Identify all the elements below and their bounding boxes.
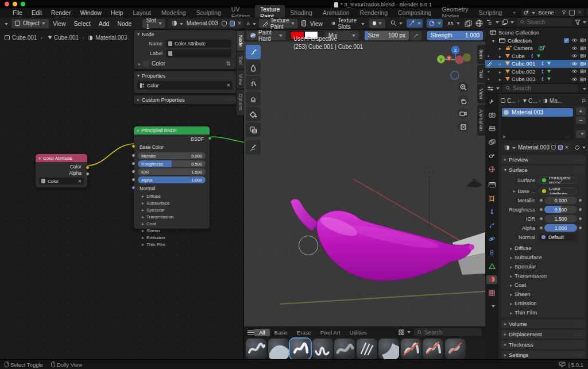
output-color[interactable]: Color: [36, 162, 87, 170]
shelf-search-input[interactable]: [424, 329, 478, 336]
section-sheen[interactable]: Sheen: [134, 227, 210, 234]
normal-socket[interactable]: [131, 186, 136, 190]
node-menu-node[interactable]: Node: [113, 20, 136, 27]
hide-eye-icon[interactable]: [571, 69, 578, 74]
keyframe-dot[interactable]: [579, 217, 582, 220]
principled-node-header[interactable]: Principled BSDF: [134, 126, 210, 134]
maximize-window-button[interactable]: [21, 2, 25, 6]
workspace-tab-animation[interactable]: Animation: [318, 9, 355, 17]
tool-soften[interactable]: [246, 60, 261, 75]
breadcrumb-material[interactable]: Ma...: [550, 98, 562, 104]
falloff-dropdown[interactable]: [390, 20, 403, 26]
panel-grip[interactable]: ::::: [226, 32, 233, 36]
hide-eye-icon[interactable]: [571, 46, 578, 51]
tab-object[interactable]: [486, 194, 497, 203]
tool-smear[interactable]: [246, 76, 261, 90]
tool-annotate[interactable]: [246, 140, 261, 155]
outliner-search-input[interactable]: [527, 19, 568, 25]
section-thin-film[interactable]: Thin Film: [134, 241, 210, 248]
shelf-tab-pixel-art[interactable]: Pixel Art: [316, 329, 345, 336]
workspace-tab-layout[interactable]: Layout: [127, 9, 156, 17]
render-camera-icon[interactable]: [580, 69, 586, 74]
metallic-slider[interactable]: 0.000: [544, 197, 577, 204]
section-transmission[interactable]: Transmission: [134, 213, 210, 220]
hide-eye-icon[interactable]: [571, 62, 578, 66]
menu-file[interactable]: File: [8, 9, 27, 16]
tree-row-cube-003[interactable]: • Cube.003: [485, 75, 588, 83]
panel-diffuse[interactable]: Diffuse: [501, 243, 586, 252]
alpha-slider[interactable]: Alpha1.000: [138, 176, 206, 183]
color-attribute-node[interactable]: Color Attribute Color Alpha Color: [36, 154, 87, 187]
brush-blob[interactable]: [268, 339, 289, 359]
surface-shader-button[interactable]: Principled BSDF: [538, 176, 577, 184]
sidebar-tab-tool[interactable]: Tool: [477, 65, 485, 83]
panel-emission[interactable]: Emission: [501, 298, 586, 308]
tree-row-scene-collection[interactable]: Scene Collection: [485, 29, 588, 37]
editor-type-icon[interactable]: [246, 20, 250, 27]
workspace-tab-sculpting[interactable]: Sculpting: [191, 9, 226, 17]
panel-grip[interactable]: ::::: [226, 74, 233, 78]
overlays-toggle[interactable]: [465, 20, 472, 27]
scene-selector[interactable]: Scene: [521, 9, 584, 16]
collection-checkbox[interactable]: ✓: [564, 38, 569, 43]
tool-paint-brush[interactable]: [246, 45, 261, 59]
ior-socket[interactable]: [131, 170, 136, 174]
material-browse-arrow[interactable]: [510, 144, 516, 151]
sidebar-tab-view[interactable]: View: [477, 84, 485, 103]
render-camera-icon[interactable]: [580, 62, 586, 66]
properties-search-input[interactable]: [513, 85, 574, 91]
tree-row-cube-001[interactable]: Cube.001: [485, 60, 588, 68]
texture-slots-dropdown[interactable]: Texture Slots: [331, 17, 365, 30]
stroke-dropdown[interactable]: [407, 19, 423, 28]
menu-help[interactable]: Help: [106, 9, 128, 16]
workspace-tab-scripting[interactable]: Scripting: [474, 9, 508, 17]
tab-material[interactable]: [486, 275, 497, 284]
slot-specials-menu[interactable]: [576, 130, 586, 138]
editor-type-dropdown-arrow[interactable]: [2, 20, 8, 26]
editor-type-dropdown-arrow[interactable]: [250, 20, 256, 26]
add-workspace-button[interactable]: +: [507, 9, 521, 17]
sidebar-tab-animation[interactable]: Animation: [477, 105, 485, 136]
bsdf-output-socket[interactable]: [208, 136, 212, 140]
tab-constraints[interactable]: [486, 248, 497, 257]
unlink-material-icon[interactable]: [565, 144, 568, 151]
tabs-overflow-arrow[interactable]: [489, 302, 495, 309]
render-camera-icon[interactable]: [580, 38, 586, 43]
roughness-slider[interactable]: Roughness0.500: [138, 160, 206, 167]
scene-name[interactable]: Scene: [539, 9, 554, 16]
color-attribute-node-header[interactable]: Color Attribute: [36, 154, 87, 162]
tab-scene[interactable]: [486, 151, 497, 160]
render-camera-icon[interactable]: [580, 77, 586, 82]
hide-eye-icon[interactable]: [571, 53, 578, 58]
shelf-tab-erase[interactable]: Erase: [292, 329, 316, 336]
pin-id-icon[interactable]: [581, 98, 586, 103]
normal-button[interactable]: Default: [538, 233, 577, 241]
symmetry-dropdown[interactable]: [447, 20, 460, 26]
filter-settings-icon[interactable]: ⇅: [226, 60, 231, 67]
tab-render[interactable]: [486, 111, 497, 120]
fake-user-shield-icon[interactable]: [222, 21, 227, 26]
outliner-filter-id-dropdown[interactable]: [502, 20, 514, 25]
panel-subsurface[interactable]: Subsurface: [501, 252, 586, 262]
tool-clone[interactable]: [246, 91, 261, 106]
normal-input[interactable]: Normal: [134, 184, 210, 193]
display-mode-dropdown[interactable]: [487, 20, 499, 25]
tab-physics[interactable]: [486, 235, 497, 243]
panel-displacement[interactable]: Displacement::::: [501, 330, 586, 339]
sidebar-tab-view[interactable]: View: [237, 70, 244, 89]
section-emission[interactable]: Emission: [134, 234, 210, 241]
network-status-icon[interactable]: [559, 362, 566, 367]
strength-slider[interactable]: Strength 1.000: [427, 31, 483, 40]
panel-thickness[interactable]: Thickness::::: [501, 340, 586, 349]
panel-preview[interactable]: Preview::::: [501, 155, 586, 164]
base-color-input[interactable]: Base Color: [134, 143, 210, 151]
tree-row-camera[interactable]: Camera: [485, 44, 588, 52]
panel-thin-film[interactable]: Thin Film: [501, 308, 586, 317]
copy-material-icon[interactable]: [230, 21, 235, 26]
size-slider[interactable]: Size 100 px: [365, 31, 409, 40]
keyframe-dot[interactable]: [579, 226, 582, 229]
bsdf-output[interactable]: BSDF: [134, 134, 210, 143]
outliner-filter-dropdown[interactable]: [575, 20, 586, 25]
close-window-button[interactable]: [5, 2, 9, 6]
size-pressure-toggle[interactable]: [410, 31, 421, 40]
